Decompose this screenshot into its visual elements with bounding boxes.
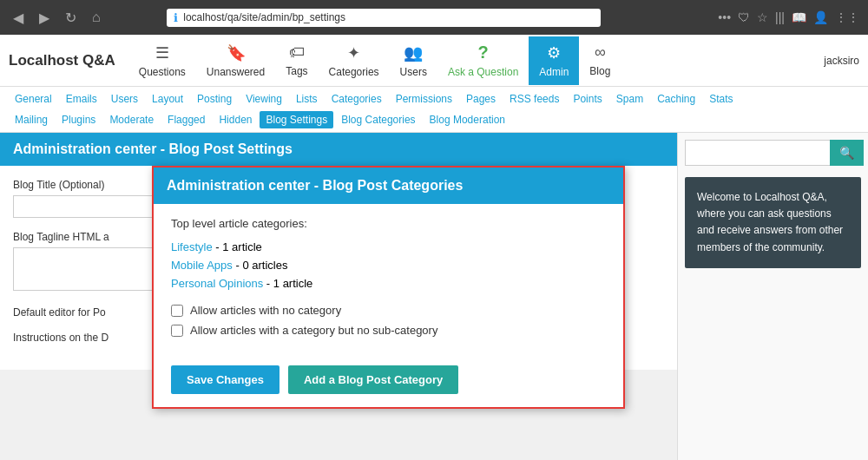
welcome-text: Welcome to Localhost Q&A, where you can … [697,191,843,253]
admin-subnav: General Emails Users Layout Posting View… [0,87,868,133]
subnav-caching[interactable]: Caching [651,90,701,108]
menu-dots[interactable]: ••• [718,10,731,24]
checkbox-no-subcategory: Allow articles with a category but no su… [171,324,606,337]
info-icon: ℹ [174,11,178,24]
main-area: Administration center - Blog Post Settin… [0,133,868,460]
nav-ask[interactable]: ? Ask a Question [437,36,529,85]
category-personal-opinions: Personal Opinions - 1 article [171,277,606,290]
username: jacksiro [824,55,859,67]
mobile-apps-link[interactable]: Mobile Apps [171,259,233,272]
nav-admin-label: Admin [539,66,569,78]
browser-menu-icons: ••• 🛡 ☆ ||| 📖 👤 ⋮⋮ [718,10,859,24]
lifestyle-link[interactable]: Lifestyle [171,240,213,253]
categories-icon: ✦ [347,43,360,62]
content-area: Administration center - Blog Post Settin… [0,133,677,460]
nav-unanswered[interactable]: 🔖 Unanswered [196,36,275,85]
subnav-blog-categories[interactable]: Blog Categories [335,111,421,128]
browser-chrome: ◀ ▶ ↻ ⌂ ℹ localhost/qa/site/admin/bp_set… [0,0,868,35]
nav-user: jacksiro [824,55,859,67]
form-area: Blog Title (Optional) Blog Tagline HTML … [0,166,677,370]
subnav-viewing[interactable]: Viewing [240,90,288,108]
subnav-spam[interactable]: Spam [610,90,649,108]
no-subcategory-checkbox[interactable] [171,325,183,337]
nav-blog[interactable]: ∞ Blog [579,36,621,84]
modal-header: Administration center - Blog Post Catego… [154,168,623,204]
subnav-mailing[interactable]: Mailing [9,111,54,128]
subnav-stats[interactable]: Stats [703,90,739,108]
subnav-emails[interactable]: Emails [60,90,103,108]
category-lifestyle: Lifestyle - 1 article [171,240,606,253]
right-sidebar: 🔍 Welcome to Localhost Q&A, where you ca… [677,133,868,460]
shield-icon: 🛡 [738,10,750,24]
users-icon: 👥 [404,43,423,62]
subnav-posting[interactable]: Posting [191,90,238,108]
star-icon[interactable]: ☆ [757,10,768,24]
modal-footer: Save Changes Add a Blog Post Category [154,357,623,407]
personal-opinions-count: - 1 article [266,277,312,290]
subnav-layout[interactable]: Layout [146,90,189,108]
account-icon: 👤 [813,10,828,24]
subnav-blog-settings[interactable]: Blog Settings [260,111,333,128]
nav-tags-label: Tags [286,65,307,77]
subnav-flagged[interactable]: Flagged [161,111,211,128]
extensions-icon: ||| [775,10,785,24]
search-button[interactable]: 🔍 [830,140,864,166]
questions-icon: ☰ [155,43,169,62]
forward-button[interactable]: ▶ [35,8,54,28]
admin-icon: ⚙ [547,43,561,62]
modal-intro: Top level article categories: [171,217,606,230]
tags-icon: 🏷 [289,43,305,62]
main-nav: ☰ Questions 🔖 Unanswered 🏷 Tags ✦ Catego… [128,36,825,85]
subnav-permissions[interactable]: Permissions [390,90,458,108]
save-changes-button[interactable]: Save Changes [171,365,279,394]
subnav-general[interactable]: General [9,90,58,108]
back-button[interactable]: ◀ [9,8,28,28]
subnav-points[interactable]: Points [567,90,608,108]
ask-icon: ? [478,43,489,62]
blog-categories-modal: Administration center - Blog Post Catego… [152,166,625,409]
mobile-apps-count: - 0 articles [235,259,287,272]
url-text: localhost/qa/site/admin/bp_settings [183,11,345,23]
nav-users-label: Users [400,66,427,78]
refresh-button[interactable]: ↻ [61,8,81,28]
modal-body: Top level article categories: Lifestyle … [154,204,623,357]
nav-questions-label: Questions [139,66,186,78]
nav-tags[interactable]: 🏷 Tags [275,36,318,84]
subnav-lists[interactable]: Lists [290,90,324,108]
site-header: Localhost Q&A ☰ Questions 🔖 Unanswered 🏷… [0,35,868,87]
no-subcategory-label: Allow articles with a category but no su… [190,324,437,337]
search-input[interactable] [685,140,830,166]
category-mobile-apps: Mobile Apps - 0 articles [171,259,606,272]
nav-categories-label: Categories [329,66,379,78]
nav-questions[interactable]: ☰ Questions [128,36,196,85]
nav-blog-label: Blog [589,65,610,77]
address-bar[interactable]: ℹ localhost/qa/site/admin/bp_settings [167,9,601,27]
subnav-hidden[interactable]: Hidden [213,111,258,128]
unanswered-icon: 🔖 [227,43,246,62]
page-header: Administration center - Blog Post Settin… [0,133,677,166]
lifestyle-count: - 1 article [215,240,261,253]
nav-unanswered-label: Unanswered [207,66,265,78]
subnav-moderate[interactable]: Moderate [103,111,160,128]
search-bar: 🔍 [678,133,868,173]
site-logo[interactable]: Localhost Q&A [9,52,115,69]
nav-admin[interactable]: ⚙ Admin [529,36,579,85]
subnav-users[interactable]: Users [105,90,144,108]
reader-icon: 📖 [792,10,806,24]
add-blog-post-category-button[interactable]: Add a Blog Post Category [288,365,458,394]
subnav-pages[interactable]: Pages [460,90,502,108]
no-category-label: Allow articles with no category [190,304,341,317]
subnav-blog-moderation[interactable]: Blog Moderation [424,111,511,128]
nav-users[interactable]: 👥 Users [390,36,437,85]
subnav-categories[interactable]: Categories [326,90,388,108]
nav-categories[interactable]: ✦ Categories [319,36,390,85]
subnav-rss[interactable]: RSS feeds [503,90,565,108]
home-button[interactable]: ⌂ [88,8,105,27]
menu-icon: ⋮⋮ [835,10,859,24]
subnav-plugins[interactable]: Plugins [56,111,102,128]
personal-opinions-link[interactable]: Personal Opinions [171,277,263,290]
no-category-checkbox[interactable] [171,305,183,317]
welcome-box: Welcome to Localhost Q&A, where you can … [685,177,861,268]
blog-icon: ∞ [595,43,606,62]
checkbox-no-category: Allow articles with no category [171,304,606,317]
